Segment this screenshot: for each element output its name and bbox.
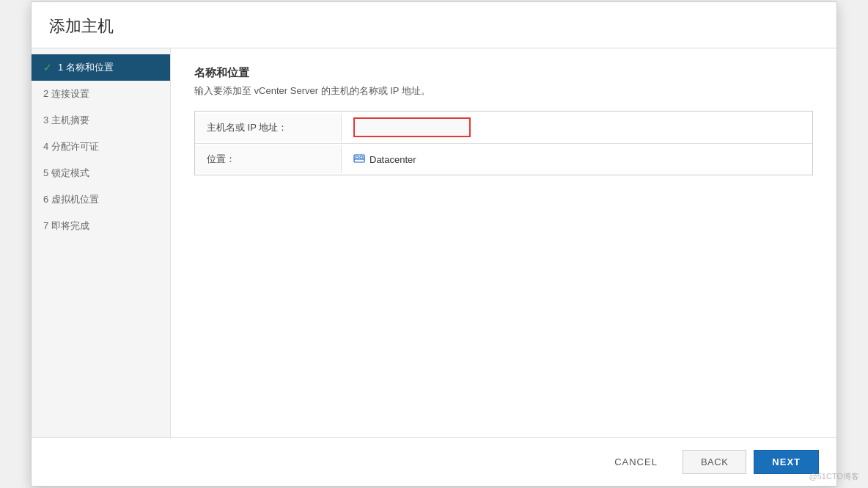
dialog-body: ✓ 1 名称和位置 2 连接设置 3 主机摘要 4 分配许可证 5 锁定模式 6… [32, 48, 836, 437]
svg-rect-2 [360, 156, 363, 159]
main-content-area: 名称和位置 输入要添加至 vCenter Server 的主机的名称或 IP 地… [171, 48, 836, 437]
sidebar-item-step3[interactable]: 3 主机摘要 [32, 107, 170, 134]
sidebar-step6-label: 6 虚拟机位置 [43, 193, 99, 206]
sidebar-step2-label: 2 连接设置 [43, 87, 89, 101]
location-value-area: Datacenter [342, 147, 812, 172]
svg-rect-1 [356, 156, 358, 159]
sidebar-item-step1[interactable]: ✓ 1 名称和位置 [32, 54, 170, 81]
host-name-row: 主机名或 IP 地址： [195, 112, 812, 144]
location-row: 位置： Datacenter [195, 144, 812, 175]
sidebar-item-step7[interactable]: 7 即将完成 [32, 213, 170, 239]
sidebar-step4-label: 4 分配许可证 [43, 140, 99, 153]
wizard-sidebar: ✓ 1 名称和位置 2 连接设置 3 主机摘要 4 分配许可证 5 锁定模式 6… [32, 48, 171, 437]
section-title: 名称和位置 [194, 66, 813, 80]
form-table: 主机名或 IP 地址： 位置： [194, 111, 813, 175]
add-host-dialog: 添加主机 ✓ 1 名称和位置 2 连接设置 3 主机摘要 4 分配许可证 5 锁… [31, 1, 837, 487]
watermark: @51CTO博客 [809, 471, 859, 482]
sidebar-step5-label: 5 锁定模式 [43, 167, 89, 180]
datacenter-icon [353, 153, 365, 167]
sidebar-item-step4[interactable]: 4 分配许可证 [32, 134, 170, 160]
host-input-area [342, 112, 812, 143]
location-value: Datacenter [369, 154, 416, 165]
sidebar-step3-label: 3 主机摘要 [43, 114, 89, 127]
host-label: 主机名或 IP 地址： [195, 114, 342, 142]
sidebar-step1-label: 1 名称和位置 [58, 61, 114, 74]
sidebar-step7-label: 7 即将完成 [43, 219, 89, 233]
back-button[interactable]: BACK [683, 450, 746, 474]
dialog-title-area: 添加主机 [32, 2, 836, 48]
cancel-button[interactable]: CANCEL [597, 451, 675, 473]
dialog-title: 添加主机 [49, 15, 819, 37]
sidebar-item-step5[interactable]: 5 锁定模式 [32, 160, 170, 186]
section-desc: 输入要添加至 vCenter Server 的主机的名称或 IP 地址。 [194, 84, 813, 98]
sidebar-item-step2[interactable]: 2 连接设置 [32, 81, 170, 107]
check-icon-step1: ✓ [43, 62, 52, 73]
location-label: 位置： [195, 145, 342, 173]
host-name-input[interactable] [353, 117, 471, 137]
dialog-footer: CANCEL BACK NEXT [32, 437, 836, 486]
sidebar-item-step6[interactable]: 6 虚拟机位置 [32, 186, 170, 213]
